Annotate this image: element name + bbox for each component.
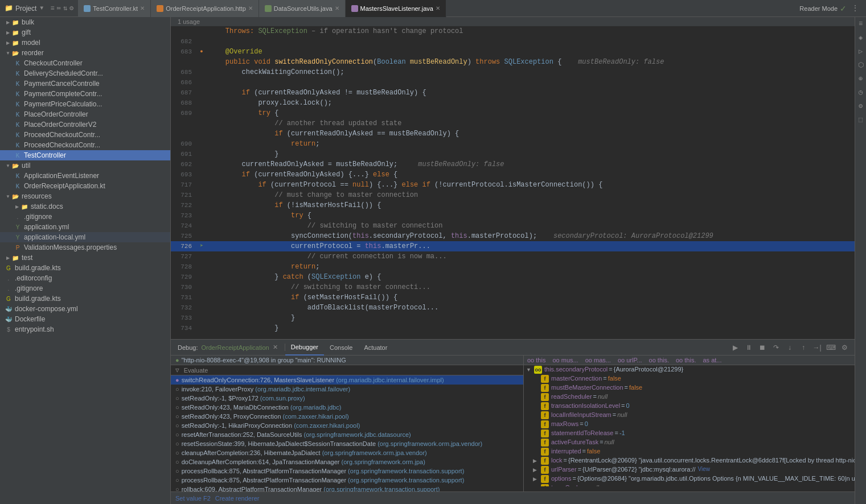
sidebar-item-appeventlistener[interactable]: K ApplicationEventListener: [0, 171, 170, 181]
debug-tab-console[interactable]: Console: [324, 340, 358, 356]
sidebar-item-buildgradle2[interactable]: G build.gradle.kts: [0, 294, 170, 304]
sidebar-item-editorconfig[interactable]: . .editorconfig: [0, 273, 170, 283]
sidebar-item-dockerfile[interactable]: 🐳 Dockerfile: [0, 314, 170, 324]
stack-frame-12[interactable]: ○ rollback:609, AbstractPlatformTransact…: [171, 485, 523, 491]
stack-frame-6[interactable]: ○ resetAfterTransaction:252, DataSourceU…: [171, 430, 523, 439]
sidebar-item-placeorder[interactable]: K PlaceOrderController: [0, 109, 170, 119]
toolbar-icon4[interactable]: ⚙: [69, 4, 73, 13]
sidebar-item-reorder[interactable]: ▼ 📂 reorder: [0, 48, 170, 58]
stack-frame-8[interactable]: ○ cleanupAfterCompletion:236, HibernateJ…: [171, 448, 523, 457]
sidebar-item-proceedcheckout1[interactable]: K ProceedCheckoutContr...: [0, 130, 170, 140]
create-renderer-button[interactable]: Create renderer: [215, 495, 260, 502]
toolbar-icon3[interactable]: ⇅: [63, 4, 67, 13]
project-label[interactable]: Project: [15, 5, 36, 13]
reader-mode-button[interactable]: Reader Mode ✓: [799, 4, 847, 13]
side-icon-8[interactable]: ⬚: [856, 115, 865, 124]
tab-orderreceipt[interactable]: OrderReceiptApplication.http ✕: [151, 0, 259, 17]
var-txisolation[interactable]: f transactionIsolationLevel = 0: [524, 402, 855, 411]
sidebar-item-proceedcheckout2[interactable]: K ProceedCheckoutContr...: [0, 140, 170, 150]
var-statementid[interactable]: f statementIdToRelease = -1: [524, 429, 855, 438]
sidebar-item-gitignore2[interactable]: . .gitignore: [0, 283, 170, 294]
tab-datasourceutils[interactable]: DataSourceUtils.java ✕: [259, 0, 346, 17]
run-to-cursor-button[interactable]: →|: [811, 342, 823, 353]
sidebar-item-checkoutcontroller[interactable]: K CheckoutController: [0, 58, 170, 68]
debug-tab-debugger[interactable]: Debugger: [285, 340, 324, 356]
sidebar-item-model[interactable]: ▶ 📁 model: [0, 38, 170, 48]
this2-shortcut[interactable]: oo this.: [649, 357, 669, 363]
var-tracecache[interactable]: f traceCache = null: [524, 484, 855, 486]
sidebar-item-placeorderv2[interactable]: K PlaceOrderControllerV2: [0, 119, 170, 130]
sidebar-item-gift[interactable]: ▶ 📁 gift: [0, 27, 170, 38]
tab-close-2[interactable]: ✕: [335, 5, 339, 11]
tab-close-0[interactable]: ✕: [140, 5, 145, 11]
side-icon-4[interactable]: ⬡: [856, 60, 865, 69]
sidebar-item-test[interactable]: ▶ 📁 test: [0, 253, 170, 263]
sidebar-item-applocal[interactable]: Y application-local.yml: [0, 232, 170, 242]
sidebar-item-buildgradle1[interactable]: G build.gradle.kts: [0, 263, 170, 273]
side-icon-2[interactable]: ◈: [856, 33, 865, 42]
stop-button[interactable]: ⏹: [757, 342, 768, 353]
side-icon-5[interactable]: ⊕: [856, 74, 865, 83]
var-localinfile[interactable]: f localInfileInputStream = null: [524, 411, 855, 420]
stack-frame-4[interactable]: ○ setReadOnly:423, ProxyConnection (com.…: [171, 412, 523, 421]
stack-frame-3[interactable]: ○ setReadOnly:423, MariaDbConnection (or…: [171, 403, 523, 412]
sidebar-item-util[interactable]: ▼ 📂 util: [0, 160, 170, 171]
mus-shortcut[interactable]: oo mus...: [552, 357, 578, 363]
tab-mastersslave[interactable]: MastersSlaveListener.java ✕: [346, 0, 446, 17]
step-into-button[interactable]: ↓: [784, 342, 795, 353]
var-options[interactable]: ▶ f options = {Options@20684} "org.maria…: [524, 474, 855, 484]
sidebar-item-bulk[interactable]: ▶ 📁 bulk: [0, 17, 170, 27]
evaluate-expression-button[interactable]: ⌨: [825, 342, 836, 353]
sidebar-item-dockercompose[interactable]: 🐳 docker-compose.yml: [0, 304, 170, 314]
code-editor[interactable]: Throws: SQLException – if operation hasn…: [171, 26, 855, 339]
stack-frame-5[interactable]: ○ setReadOnly:-1, HikariProxyConnection …: [171, 421, 523, 430]
debug-tab-actuator[interactable]: Actuator: [358, 340, 393, 356]
set-value-button[interactable]: Set value F2: [175, 495, 211, 502]
stack-frame-11[interactable]: ○ processRollback:875, AbstractPlatformT…: [171, 476, 523, 485]
var-mustbemaster[interactable]: f mustBeMasterConnection = false: [524, 383, 855, 393]
side-icon-7[interactable]: ⚙: [856, 101, 865, 110]
settings-button[interactable]: ⚙: [839, 342, 850, 353]
tab-testcontroller[interactable]: TestController.kt ✕: [78, 0, 151, 17]
toolbar-icon2[interactable]: ≔: [57, 4, 61, 13]
var-activefuture[interactable]: f activeFutureTask = null: [524, 438, 855, 447]
stack-frame-10[interactable]: ○ processRollback:875, AbstractPlatformT…: [171, 466, 523, 476]
sidebar-item-orderreceiptapp[interactable]: K OrderReceiptApplication.kt: [0, 181, 170, 191]
var-lock[interactable]: ▶ f lock = {ReentrantLock@20609} "java.u…: [524, 456, 855, 465]
resume-button[interactable]: ▶: [729, 342, 741, 353]
var-header[interactable]: ▼ oo this.secondaryProtocol = {AuroraPro…: [524, 365, 855, 374]
sidebar-item-paymentcomplete[interactable]: K PaymentCompleteContr...: [0, 89, 170, 99]
tab-close-3[interactable]: ✕: [436, 5, 440, 11]
sidebar-item-deliveryscheduled[interactable]: K DeliveryScheduledContr...: [0, 68, 170, 79]
tab-close-1[interactable]: ✕: [248, 5, 253, 11]
debug-close[interactable]: ✕: [273, 344, 278, 351]
side-icon-3[interactable]: ▷: [856, 47, 865, 56]
sidebar-item-entrypoint[interactable]: $ entrypoint.sh: [0, 324, 170, 334]
sidebar-item-appyml[interactable]: Y application.yml: [0, 222, 170, 232]
sidebar-item-staticdocs[interactable]: ▶ 📁 static.docs: [0, 201, 170, 212]
this3-shortcut[interactable]: oo this.: [676, 357, 696, 363]
stack-frame-9[interactable]: ○ doCleanupAfterCompletion:614, JpaTrans…: [171, 457, 523, 466]
urlp-shortcut[interactable]: oo urlP...: [618, 357, 642, 363]
var-readscheduler[interactable]: f readScheduler = null: [524, 393, 855, 402]
var-urlparser[interactable]: ▶ f urlParser = {UrlParser@20672} "jdbc:…: [524, 465, 855, 474]
var-maxrows[interactable]: f maxRows = 0: [524, 420, 855, 429]
this-shortcut[interactable]: oo this: [527, 357, 545, 363]
as-shortcut[interactable]: as at...: [703, 357, 721, 363]
stack-frame-2[interactable]: ○ setReadOnly:-1, $Proxy172 (com.sun.pro…: [171, 394, 523, 403]
toolbar-icon1[interactable]: ≡: [50, 5, 54, 13]
sidebar-item-paymentprice[interactable]: K PaymentPriceCalculatio...: [0, 99, 170, 109]
more-options-icon[interactable]: ⋮: [851, 3, 859, 13]
step-over-button[interactable]: ↷: [770, 342, 782, 353]
sidebar-item-validationmessages[interactable]: P ValidationMessages.properties: [0, 242, 170, 253]
sidebar-item-testcontroller[interactable]: K TestController: [0, 150, 170, 160]
side-icon-6[interactable]: ◷: [856, 88, 865, 97]
pause-button[interactable]: ⏸: [743, 342, 754, 353]
side-icon-1[interactable]: ≡: [856, 19, 865, 28]
var-masterconnection[interactable]: f masterConnection = false: [524, 374, 855, 383]
sidebar-item-paymentcancel[interactable]: K PaymentCancelControlle: [0, 79, 170, 89]
evaluate-button[interactable]: Evaluate: [182, 367, 211, 374]
stack-frame-7[interactable]: ○ resetSessionState:399, HibernateJpaDia…: [171, 439, 523, 448]
step-out-button[interactable]: ↑: [798, 342, 809, 353]
var-interrupted[interactable]: f interrupted = false: [524, 447, 855, 456]
